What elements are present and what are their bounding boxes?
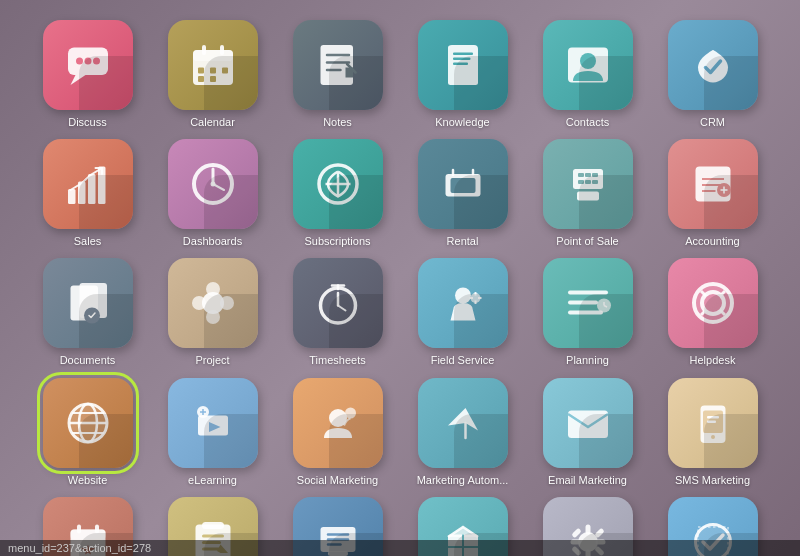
app-label-sales: Sales (74, 235, 102, 248)
app-item-elearning[interactable]: eLearning (155, 378, 270, 487)
app-item-email[interactable]: Email Marketing (530, 378, 645, 487)
svg-rect-111 (202, 522, 224, 529)
app-label-mktauto: Marketing Autom... (417, 474, 509, 487)
app-icon-email (543, 378, 633, 468)
app-label-discuss: Discuss (68, 116, 107, 129)
app-label-fieldservice: Field Service (431, 354, 495, 367)
svg-point-57 (192, 296, 206, 310)
svg-rect-6 (193, 50, 233, 61)
status-bar: menu_id=237&action_id=278 (0, 540, 800, 556)
app-item-notes[interactable]: Notes (280, 20, 395, 129)
svg-rect-72 (568, 291, 608, 295)
svg-point-23 (580, 53, 596, 69)
app-item-crm[interactable]: CRM (655, 20, 770, 129)
app-label-project: Project (195, 354, 229, 367)
svg-rect-13 (210, 76, 216, 82)
app-label-subscriptions: Subscriptions (304, 235, 370, 248)
svg-point-4 (93, 58, 100, 65)
svg-point-104 (711, 435, 715, 439)
svg-point-31 (210, 182, 215, 187)
app-icon-sales (43, 139, 133, 229)
svg-rect-41 (585, 173, 591, 177)
app-icon-documents (43, 258, 133, 348)
app-item-subscriptions[interactable]: Subscriptions (280, 139, 395, 248)
app-label-timesheets: Timesheets (309, 354, 365, 367)
app-label-documents: Documents (60, 354, 116, 367)
app-item-documents[interactable]: Documents (30, 258, 145, 367)
svg-rect-40 (578, 173, 584, 177)
svg-rect-21 (453, 63, 468, 66)
app-label-knowledge: Knowledge (435, 116, 489, 129)
svg-point-58 (220, 296, 234, 310)
svg-rect-9 (198, 68, 204, 74)
app-item-sales[interactable]: Sales (30, 139, 145, 248)
app-item-pos[interactable]: Point of Sale (530, 139, 645, 248)
app-icon-planning (543, 258, 633, 348)
svg-rect-35 (450, 178, 475, 193)
app-item-project[interactable]: Project (155, 258, 270, 367)
svg-rect-24 (68, 189, 76, 204)
svg-rect-108 (95, 524, 99, 533)
app-icon-project (168, 258, 258, 348)
app-item-rental[interactable]: Rental (405, 139, 520, 248)
svg-rect-112 (202, 534, 224, 537)
svg-rect-20 (453, 58, 471, 61)
app-icon-dashboards (168, 139, 258, 229)
app-item-planning[interactable]: Planning (530, 258, 645, 367)
app-label-calendar: Calendar (190, 116, 235, 129)
app-grid: DiscussCalendarNotesKnowledgeContactsCRM… (0, 0, 800, 556)
svg-rect-7 (202, 45, 206, 55)
app-item-website[interactable]: Website (30, 378, 145, 487)
app-icon-sms (668, 378, 758, 468)
app-label-email: Email Marketing (548, 474, 627, 487)
svg-point-97 (345, 407, 356, 418)
app-icon-timesheets (293, 258, 383, 348)
app-label-rental: Rental (447, 235, 479, 248)
app-item-sms[interactable]: SMS Marketing (655, 378, 770, 487)
app-icon-rental (418, 139, 508, 229)
svg-rect-42 (592, 173, 598, 177)
app-item-fieldservice[interactable]: Field Service (405, 258, 520, 367)
app-item-mktauto[interactable]: Marketing Autom... (405, 378, 520, 487)
app-item-timesheets[interactable]: Timesheets (280, 258, 395, 367)
app-label-notes: Notes (323, 116, 352, 129)
app-icon-accounting (668, 139, 758, 229)
svg-rect-73 (568, 301, 598, 305)
svg-rect-45 (592, 180, 598, 184)
app-item-discuss[interactable]: Discuss (30, 20, 145, 129)
app-item-accounting[interactable]: Accounting (655, 139, 770, 248)
svg-marker-1 (70, 75, 85, 85)
svg-rect-11 (222, 68, 228, 74)
svg-rect-19 (453, 53, 473, 56)
app-item-social[interactable]: Social Marketing (280, 378, 395, 487)
app-item-calendar[interactable]: Calendar (155, 20, 270, 129)
svg-line-63 (338, 306, 346, 311)
app-icon-social (293, 378, 383, 468)
app-icon-knowledge (418, 20, 508, 110)
svg-rect-99 (568, 410, 608, 438)
app-icon-subscriptions (293, 139, 383, 229)
app-icon-pos (543, 139, 633, 229)
app-icon-fieldservice (418, 258, 508, 348)
app-icon-discuss (43, 20, 133, 110)
app-icon-helpdesk (668, 258, 758, 348)
app-icon-calendar (168, 20, 258, 110)
svg-rect-10 (210, 68, 216, 74)
app-label-dashboards: Dashboards (183, 235, 242, 248)
app-item-dashboards[interactable]: Dashboards (155, 139, 270, 248)
svg-rect-107 (77, 524, 81, 533)
svg-rect-74 (568, 311, 603, 315)
app-item-helpdesk[interactable]: Helpdesk (655, 258, 770, 367)
app-icon-website (43, 378, 133, 468)
svg-rect-8 (220, 45, 224, 55)
svg-point-2 (76, 58, 83, 65)
svg-rect-124 (585, 524, 590, 534)
app-item-knowledge[interactable]: Knowledge (405, 20, 520, 129)
app-label-pos: Point of Sale (556, 235, 618, 248)
app-label-website: Website (68, 474, 108, 487)
app-label-elearning: eLearning (188, 474, 237, 487)
app-icon-contacts (543, 20, 633, 110)
app-item-contacts[interactable]: Contacts (530, 20, 645, 129)
svg-rect-12 (198, 76, 204, 82)
app-label-contacts: Contacts (566, 116, 609, 129)
